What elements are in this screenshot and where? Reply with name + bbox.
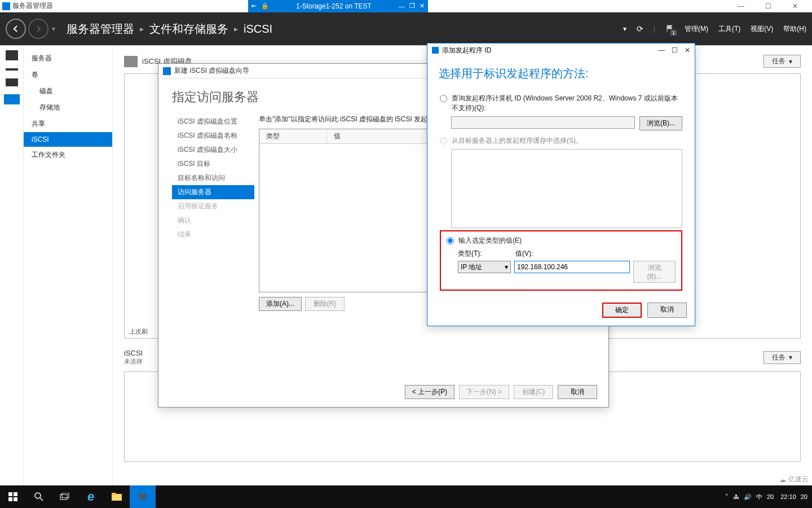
pin-icon[interactable]: ⇤	[251, 2, 257, 10]
refresh-icon[interactable]: ⟳	[637, 24, 643, 33]
nav-servers[interactable]: 服务器	[24, 50, 112, 67]
step-size[interactable]: iSCSI 虚拟磁盘大小	[172, 143, 254, 157]
svg-rect-11	[140, 499, 145, 500]
nav-iscsi[interactable]: iSCSI	[24, 132, 112, 147]
wizard-footer: < 上一步(P) 下一步(N) > 创建(C) 取消	[405, 385, 597, 399]
svg-rect-7	[62, 493, 69, 498]
server-manager-icon	[2, 2, 10, 10]
initiator-titlebar[interactable]: 添加发起程序 ID — ☐ ✕	[427, 43, 695, 57]
last-run-label: 上次刷	[129, 327, 148, 336]
search-icon[interactable]	[26, 485, 52, 508]
step-target-name[interactable]: 目标名称和访问	[172, 171, 254, 185]
value-input[interactable]	[514, 261, 630, 273]
nav-back-button[interactable]	[6, 19, 26, 39]
menu-view[interactable]: 视图(V)	[751, 24, 773, 34]
dlg-maximize-icon[interactable]: ☐	[672, 46, 678, 54]
section2-sub: 未选择	[124, 357, 143, 366]
nav-volumes[interactable]: 卷	[24, 67, 112, 83]
network-icon[interactable]: 🖧	[733, 493, 739, 500]
chevron-down-icon: ▾	[789, 353, 792, 361]
explorer-icon[interactable]	[104, 485, 130, 508]
opt-enter-label: 输入选定类型的值(E)	[458, 236, 522, 246]
rail-all-icon[interactable]	[6, 78, 18, 86]
nav-workfolders[interactable]: 工作文件夹	[24, 147, 112, 163]
initiator-title-text: 添加发起程序 ID	[442, 46, 491, 55]
step-target[interactable]: iSCSI 目标	[172, 157, 254, 171]
cache-listbox	[451, 149, 682, 228]
header-dropdown-icon[interactable]: ▾	[623, 25, 626, 33]
prev-button[interactable]: < 上一步(P)	[405, 385, 454, 399]
vm-close-icon[interactable]: ✕	[420, 2, 425, 10]
server-manager-taskbar-icon[interactable]	[130, 485, 156, 508]
nav-dropdown-icon[interactable]: ▾	[52, 25, 55, 33]
nav-shares[interactable]: 共享	[24, 116, 112, 132]
step-confirm: 确认	[172, 213, 254, 227]
svg-rect-2	[8, 497, 12, 501]
clock[interactable]: 22:10	[780, 493, 796, 500]
cloud-icon: ☁	[779, 476, 786, 484]
lock-icon[interactable]: 🔒	[261, 2, 269, 10]
rail-storage-icon[interactable]	[4, 94, 20, 104]
chevron-down-icon: ▾	[789, 58, 792, 65]
th-type[interactable]: 类型	[259, 129, 327, 143]
taskview-icon[interactable]	[52, 485, 78, 508]
crumb-service[interactable]: 文件和存储服务	[149, 21, 228, 37]
step-auth: 启用验证服务	[172, 199, 254, 213]
nav-pools[interactable]: 存储池	[24, 99, 112, 116]
menu-tools[interactable]: 工具(T)	[718, 24, 740, 34]
tasks-label: 任务	[772, 353, 785, 362]
query-input[interactable]	[451, 116, 635, 129]
menu-help[interactable]: 帮助(H)	[783, 24, 806, 34]
th-value[interactable]: 值	[327, 129, 347, 143]
step-name[interactable]: iSCSI 虚拟磁盘名称	[172, 129, 254, 143]
radio-enter[interactable]	[447, 237, 454, 244]
rail-local-icon[interactable]	[6, 68, 18, 71]
vm-restore-icon[interactable]: ❐	[409, 2, 415, 10]
svg-rect-6	[60, 494, 67, 500]
browse-button-1[interactable]: 浏览(B)...	[639, 116, 682, 130]
dlg-cancel-button[interactable]: 取消	[647, 303, 687, 318]
tray-num2: 20	[801, 493, 807, 500]
add-button[interactable]: 添加(A)...	[259, 297, 302, 311]
tasks-button-1[interactable]: 任务 ▾	[764, 55, 801, 68]
create-button: 创建(C)	[514, 385, 553, 399]
option-query: 查询发起程序计算机 ID (Windows Server 2008 R2、Win…	[440, 94, 682, 113]
initiator-icon	[432, 47, 439, 54]
crumb-root[interactable]: 服务器管理器	[67, 21, 134, 37]
option-enter: 输入选定类型的值(E)	[447, 236, 676, 246]
type-select[interactable]: IP 地址 ▾	[458, 261, 511, 273]
outer-minimize-icon[interactable]: —	[730, 0, 752, 12]
menu-manage[interactable]: 管理(M)	[685, 24, 708, 34]
dlg-close-icon[interactable]: ✕	[685, 46, 690, 54]
radio-query[interactable]	[440, 95, 447, 102]
start-button[interactable]	[0, 485, 26, 508]
tasks-button-2[interactable]: 任务 ▾	[764, 351, 801, 364]
tray-up-icon[interactable]: ˄	[725, 493, 729, 501]
step-location[interactable]: iSCSI 虚拟磁盘位置	[172, 115, 254, 129]
taskbar: e ˄ 🖧 🔊 中 20 22:10 20	[0, 485, 812, 508]
dlg-minimize-icon[interactable]: —	[658, 46, 665, 54]
svg-line-5	[40, 498, 43, 501]
outer-maximize-icon[interactable]: ☐	[757, 0, 779, 12]
nav-forward-button	[28, 19, 48, 39]
ie-icon[interactable]: e	[78, 485, 104, 508]
notification-flag-icon[interactable]	[665, 24, 674, 33]
nav-disks[interactable]: 磁盘	[24, 83, 112, 99]
wizard-steps: iSCSI 虚拟磁盘位置 iSCSI 虚拟磁盘名称 iSCSI 虚拟磁盘大小 i…	[158, 115, 254, 311]
crumb-page[interactable]: iSCSI	[244, 23, 272, 36]
initiator-body: 查询发起程序计算机 ID (Windows Server 2008 R2、Win…	[427, 94, 695, 291]
step-access[interactable]: 访问服务器	[172, 185, 254, 199]
ime-indicator[interactable]: 中	[756, 493, 762, 501]
volume-icon[interactable]: 🔊	[744, 493, 752, 501]
watermark-text: 亿速云	[788, 475, 809, 484]
cancel-button[interactable]: 取消	[558, 385, 597, 399]
disk-icon	[124, 56, 138, 67]
rail-dashboard-icon[interactable]	[6, 50, 18, 60]
query-row: 浏览(B)...	[451, 116, 682, 130]
vm-minimize-icon[interactable]: —	[399, 3, 405, 10]
ok-button[interactable]: 确定	[602, 303, 642, 318]
crumb-sep-icon: ▸	[234, 24, 238, 33]
outer-close-icon[interactable]: ✕	[784, 0, 806, 12]
svg-point-4	[35, 493, 41, 498]
crumb-sep-icon: ▸	[140, 24, 144, 33]
